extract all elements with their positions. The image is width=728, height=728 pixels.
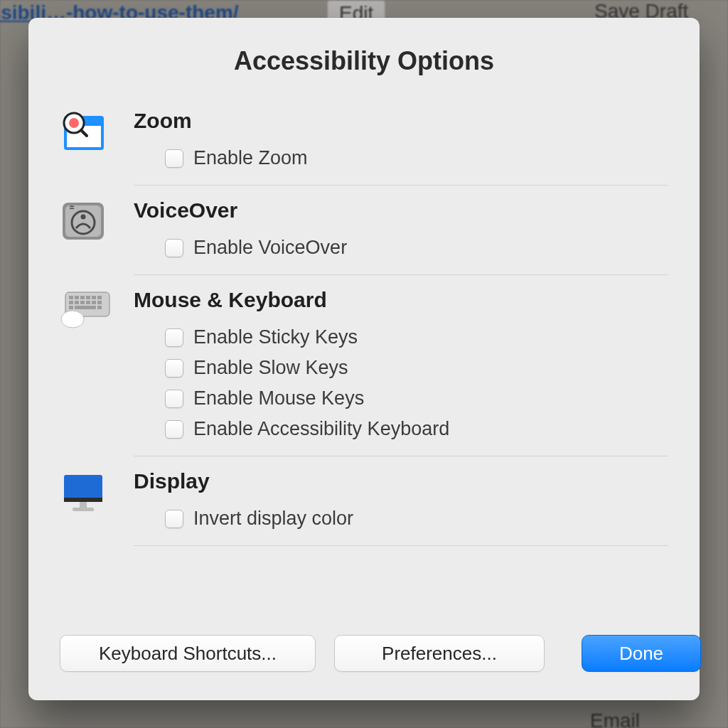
section-heading: Mouse & Keyboard — [134, 288, 668, 312]
keyboard-shortcuts-button[interactable]: Keyboard Shortcuts... — [60, 635, 316, 672]
done-button[interactable]: Done — [582, 635, 701, 672]
option-label: Enable Sticky Keys — [193, 326, 358, 348]
voiceover-icon — [60, 200, 107, 242]
checkbox[interactable] — [165, 510, 183, 528]
section-divider — [134, 274, 668, 275]
option-enable-accessibility-keyboard[interactable]: Enable Accessibility Keyboard — [134, 414, 668, 444]
checkbox[interactable] — [165, 359, 183, 378]
svg-rect-10 — [69, 296, 73, 299]
svg-rect-17 — [75, 301, 79, 304]
option-enable-voiceover[interactable]: Enable VoiceOver — [134, 232, 668, 263]
option-enable-sticky-keys[interactable]: Enable Sticky Keys — [134, 322, 668, 353]
checkbox[interactable] — [165, 239, 183, 257]
checkbox[interactable] — [165, 390, 183, 408]
dialog-button-bar: Keyboard Shortcuts... Preferences... Don… — [28, 635, 700, 700]
accessibility-options-dialog: Accessibility Options Zoom — [28, 18, 700, 700]
svg-rect-26 — [64, 475, 102, 500]
svg-rect-29 — [73, 508, 94, 511]
checkbox[interactable] — [165, 328, 183, 347]
option-invert-display-color[interactable]: Invert display color — [134, 503, 668, 534]
svg-rect-28 — [80, 502, 87, 508]
svg-rect-20 — [92, 301, 96, 304]
section-divider — [134, 456, 668, 456]
svg-rect-24 — [97, 306, 102, 309]
svg-rect-12 — [80, 296, 85, 299]
svg-rect-13 — [86, 296, 90, 299]
dialog-title: Accessibility Options — [28, 18, 700, 96]
section-heading: Zoom — [134, 109, 668, 133]
svg-point-3 — [69, 118, 79, 128]
section-zoom: Zoom Enable Zoom — [60, 96, 668, 186]
option-label: Enable Accessibility Keyboard — [193, 418, 449, 440]
option-enable-zoom[interactable]: Enable Zoom — [134, 143, 668, 173]
svg-rect-22 — [69, 306, 73, 309]
svg-rect-21 — [97, 301, 102, 304]
svg-rect-16 — [69, 301, 73, 304]
checkbox[interactable] — [165, 149, 183, 168]
section-divider — [134, 185, 668, 186]
mouse-keyboard-icon — [60, 289, 107, 332]
dialog-content: Zoom Enable Zoom — [28, 96, 700, 635]
option-enable-mouse-keys[interactable]: Enable Mouse Keys — [134, 383, 668, 414]
zoom-icon — [60, 110, 107, 153]
display-icon — [60, 471, 107, 513]
svg-rect-15 — [97, 296, 102, 299]
svg-rect-11 — [75, 296, 79, 299]
svg-point-25 — [61, 311, 84, 328]
section-mouse-keyboard: Mouse & Keyboard Enable Sticky Keys Enab… — [60, 275, 668, 456]
svg-rect-18 — [80, 301, 85, 304]
section-divider — [134, 545, 668, 546]
svg-rect-23 — [75, 306, 96, 309]
option-label: Invert display color — [193, 508, 353, 530]
svg-rect-27 — [64, 498, 102, 502]
option-label: Enable Slow Keys — [193, 357, 348, 379]
option-label: Enable Zoom — [193, 147, 308, 169]
svg-point-8 — [81, 215, 86, 220]
svg-rect-14 — [92, 296, 96, 299]
option-label: Enable VoiceOver — [193, 237, 347, 259]
section-heading: Display — [134, 469, 668, 493]
svg-rect-19 — [86, 301, 90, 304]
checkbox[interactable] — [165, 420, 183, 439]
section-heading: VoiceOver — [134, 198, 668, 223]
section-display: Display Invert display color — [60, 456, 668, 546]
option-label: Enable Mouse Keys — [193, 387, 364, 410]
section-voiceover: VoiceOver Enable VoiceOver — [60, 186, 668, 275]
option-enable-slow-keys[interactable]: Enable Slow Keys — [134, 353, 668, 383]
preferences-button[interactable]: Preferences... — [334, 635, 545, 672]
